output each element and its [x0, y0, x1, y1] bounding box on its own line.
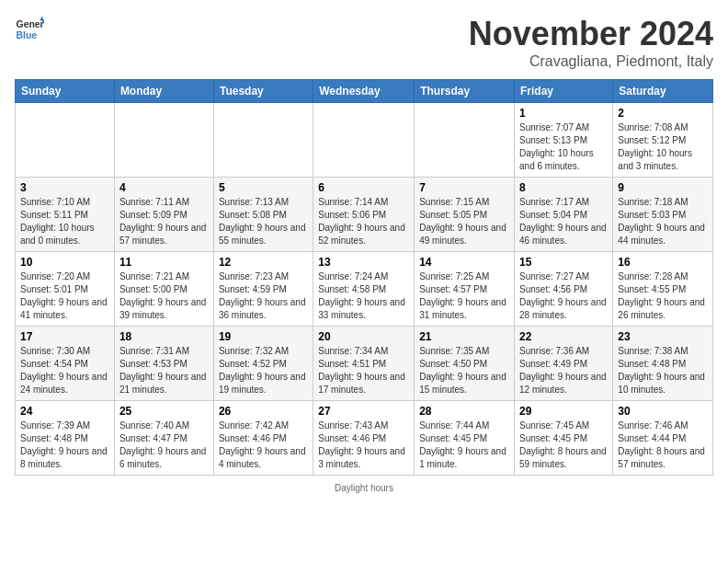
- day-info: Sunrise: 7:11 AM Sunset: 5:09 PM Dayligh…: [119, 196, 209, 247]
- day-number: 13: [318, 256, 409, 269]
- header-cell-friday: Friday: [515, 80, 613, 103]
- day-cell: 27Sunrise: 7:43 AM Sunset: 4:46 PM Dayli…: [313, 401, 415, 476]
- day-info: Sunrise: 7:21 AM Sunset: 5:00 PM Dayligh…: [119, 270, 209, 322]
- logo-icon: General Blue: [15, 15, 44, 44]
- day-info: Sunrise: 7:32 AM Sunset: 4:52 PM Dayligh…: [219, 345, 308, 396]
- day-cell: 9Sunrise: 7:18 AM Sunset: 5:03 PM Daylig…: [613, 178, 713, 252]
- day-number: 25: [119, 405, 209, 418]
- day-number: 9: [618, 181, 708, 194]
- day-info: Sunrise: 7:45 AM Sunset: 4:45 PM Dayligh…: [519, 419, 608, 471]
- day-info: Sunrise: 7:07 AM Sunset: 5:13 PM Dayligh…: [519, 121, 608, 173]
- day-cell: 25Sunrise: 7:40 AM Sunset: 4:47 PM Dayli…: [114, 401, 213, 476]
- week-row-4: 17Sunrise: 7:30 AM Sunset: 4:54 PM Dayli…: [16, 327, 713, 401]
- logo: General Blue: [15, 15, 44, 44]
- day-cell: 17Sunrise: 7:30 AM Sunset: 4:54 PM Dayli…: [16, 327, 115, 401]
- header-cell-sunday: Sunday: [16, 80, 115, 103]
- day-number: 12: [219, 256, 308, 269]
- day-number: 1: [519, 107, 608, 120]
- day-cell: [213, 103, 313, 178]
- day-cell: 14Sunrise: 7:25 AM Sunset: 4:57 PM Dayli…: [415, 252, 515, 327]
- day-number: 27: [318, 405, 409, 418]
- week-row-2: 3Sunrise: 7:10 AM Sunset: 5:11 PM Daylig…: [16, 178, 713, 252]
- day-cell: 11Sunrise: 7:21 AM Sunset: 5:00 PM Dayli…: [114, 252, 213, 327]
- day-number: 15: [519, 256, 608, 269]
- day-info: Sunrise: 7:46 AM Sunset: 4:44 PM Dayligh…: [618, 419, 708, 471]
- day-info: Sunrise: 7:23 AM Sunset: 4:59 PM Dayligh…: [219, 270, 308, 322]
- calendar-title: November 2024: [469, 15, 713, 53]
- day-cell: 15Sunrise: 7:27 AM Sunset: 4:56 PM Dayli…: [515, 252, 613, 327]
- day-cell: 16Sunrise: 7:28 AM Sunset: 4:55 PM Dayli…: [613, 252, 713, 327]
- day-number: 7: [419, 181, 509, 194]
- calendar-subtitle: Cravagliana, Piedmont, Italy: [469, 53, 713, 70]
- day-cell: 13Sunrise: 7:24 AM Sunset: 4:58 PM Dayli…: [313, 252, 415, 327]
- svg-text:Blue: Blue: [17, 30, 38, 40]
- day-cell: [415, 103, 515, 178]
- header-cell-saturday: Saturday: [613, 80, 713, 103]
- day-info: Sunrise: 7:10 AM Sunset: 5:11 PM Dayligh…: [20, 196, 109, 247]
- day-cell: 24Sunrise: 7:39 AM Sunset: 4:48 PM Dayli…: [16, 401, 115, 476]
- day-info: Sunrise: 7:28 AM Sunset: 4:55 PM Dayligh…: [618, 270, 708, 322]
- svg-text:General: General: [17, 19, 44, 29]
- day-number: 11: [119, 256, 209, 269]
- day-cell: 23Sunrise: 7:38 AM Sunset: 4:48 PM Dayli…: [613, 327, 713, 401]
- day-cell: 7Sunrise: 7:15 AM Sunset: 5:05 PM Daylig…: [415, 178, 515, 252]
- day-info: Sunrise: 7:40 AM Sunset: 4:47 PM Dayligh…: [119, 419, 209, 471]
- day-number: 3: [20, 181, 109, 194]
- day-number: 2: [618, 107, 708, 120]
- week-row-1: 1Sunrise: 7:07 AM Sunset: 5:13 PM Daylig…: [16, 103, 713, 178]
- day-info: Sunrise: 7:17 AM Sunset: 5:04 PM Dayligh…: [519, 196, 608, 247]
- day-number: 17: [20, 330, 109, 343]
- day-number: 30: [618, 405, 708, 418]
- day-info: Sunrise: 7:31 AM Sunset: 4:53 PM Dayligh…: [119, 345, 209, 396]
- day-number: 8: [519, 181, 608, 194]
- day-number: 28: [419, 405, 509, 418]
- day-cell: 18Sunrise: 7:31 AM Sunset: 4:53 PM Dayli…: [114, 327, 213, 401]
- day-cell: 12Sunrise: 7:23 AM Sunset: 4:59 PM Dayli…: [213, 252, 313, 327]
- day-number: 6: [318, 181, 409, 194]
- day-cell: 26Sunrise: 7:42 AM Sunset: 4:46 PM Dayli…: [213, 401, 313, 476]
- calendar-table: SundayMondayTuesdayWednesdayThursdayFrid…: [15, 79, 713, 476]
- day-info: Sunrise: 7:38 AM Sunset: 4:48 PM Dayligh…: [618, 345, 708, 396]
- day-number: 10: [20, 256, 109, 269]
- day-cell: 30Sunrise: 7:46 AM Sunset: 4:44 PM Dayli…: [613, 401, 713, 476]
- day-number: 24: [20, 405, 109, 418]
- header-cell-tuesday: Tuesday: [213, 80, 313, 103]
- day-info: Sunrise: 7:44 AM Sunset: 4:45 PM Dayligh…: [419, 419, 509, 471]
- day-number: 4: [119, 181, 209, 194]
- day-cell: 29Sunrise: 7:45 AM Sunset: 4:45 PM Dayli…: [515, 401, 613, 476]
- day-info: Sunrise: 7:14 AM Sunset: 5:06 PM Dayligh…: [318, 196, 409, 247]
- day-info: Sunrise: 7:27 AM Sunset: 4:56 PM Dayligh…: [519, 270, 608, 322]
- day-number: 29: [519, 405, 608, 418]
- day-cell: 19Sunrise: 7:32 AM Sunset: 4:52 PM Dayli…: [213, 327, 313, 401]
- day-info: Sunrise: 7:36 AM Sunset: 4:49 PM Dayligh…: [519, 345, 608, 396]
- day-cell: 28Sunrise: 7:44 AM Sunset: 4:45 PM Dayli…: [415, 401, 515, 476]
- day-cell: 8Sunrise: 7:17 AM Sunset: 5:04 PM Daylig…: [515, 178, 613, 252]
- day-info: Sunrise: 7:42 AM Sunset: 4:46 PM Dayligh…: [219, 419, 308, 471]
- week-row-5: 24Sunrise: 7:39 AM Sunset: 4:48 PM Dayli…: [16, 401, 713, 476]
- day-number: 20: [318, 330, 409, 343]
- day-number: 16: [618, 256, 708, 269]
- day-cell: [313, 103, 415, 178]
- day-cell: 4Sunrise: 7:11 AM Sunset: 5:09 PM Daylig…: [114, 178, 213, 252]
- week-row-3: 10Sunrise: 7:20 AM Sunset: 5:01 PM Dayli…: [16, 252, 713, 327]
- header-row: SundayMondayTuesdayWednesdayThursdayFrid…: [16, 80, 713, 103]
- day-info: Sunrise: 7:39 AM Sunset: 4:48 PM Dayligh…: [20, 419, 109, 471]
- day-cell: 3Sunrise: 7:10 AM Sunset: 5:11 PM Daylig…: [16, 178, 115, 252]
- day-number: 22: [519, 330, 608, 343]
- day-cell: 1Sunrise: 7:07 AM Sunset: 5:13 PM Daylig…: [515, 103, 613, 178]
- day-cell: [114, 103, 213, 178]
- day-cell: [16, 103, 115, 178]
- header-cell-thursday: Thursday: [415, 80, 515, 103]
- day-info: Sunrise: 7:13 AM Sunset: 5:08 PM Dayligh…: [219, 196, 308, 247]
- day-cell: 6Sunrise: 7:14 AM Sunset: 5:06 PM Daylig…: [313, 178, 415, 252]
- day-info: Sunrise: 7:18 AM Sunset: 5:03 PM Dayligh…: [618, 196, 708, 247]
- day-info: Sunrise: 7:20 AM Sunset: 5:01 PM Dayligh…: [20, 270, 109, 322]
- title-block: November 2024 Cravagliana, Piedmont, Ita…: [469, 15, 713, 70]
- day-info: Sunrise: 7:43 AM Sunset: 4:46 PM Dayligh…: [318, 419, 409, 471]
- day-info: Sunrise: 7:08 AM Sunset: 5:12 PM Dayligh…: [618, 121, 708, 173]
- header-cell-monday: Monday: [114, 80, 213, 103]
- day-cell: 22Sunrise: 7:36 AM Sunset: 4:49 PM Dayli…: [515, 327, 613, 401]
- day-number: 26: [219, 405, 308, 418]
- day-cell: 5Sunrise: 7:13 AM Sunset: 5:08 PM Daylig…: [213, 178, 313, 252]
- header-cell-wednesday: Wednesday: [313, 80, 415, 103]
